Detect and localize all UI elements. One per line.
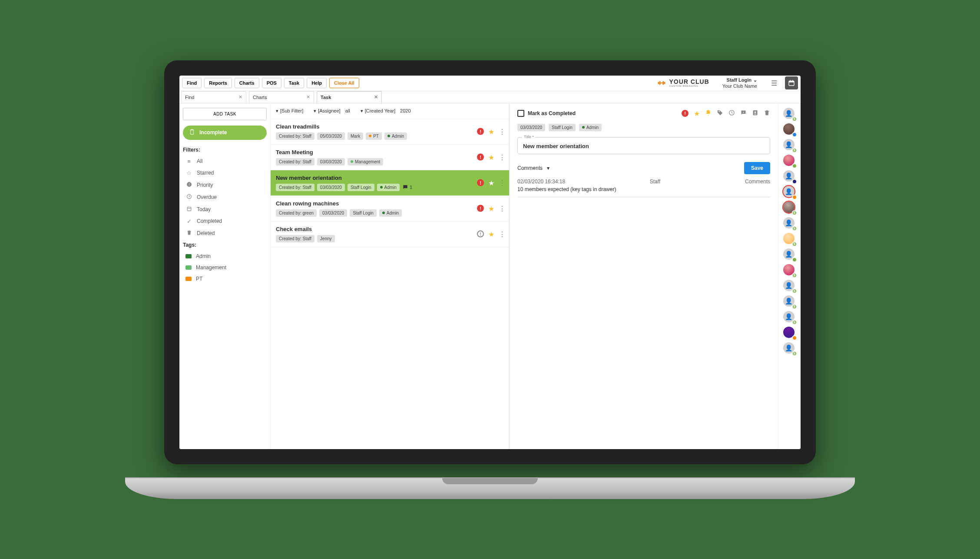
task-row-selected[interactable]: New member orientation Created by: Staff…	[271, 170, 509, 196]
alert-icon[interactable]: !	[477, 128, 484, 135]
tag-chip: PT	[366, 132, 382, 140]
title-field[interactable]: Title * New member orientation	[517, 137, 770, 154]
nav-reports[interactable]: Reports	[204, 78, 232, 88]
alert-icon[interactable]: !	[477, 231, 484, 238]
tab-task[interactable]: Task ✕	[317, 91, 382, 103]
member-avatar[interactable]	[783, 264, 796, 277]
sidebar-active-incomplete[interactable]: Incomplete	[183, 126, 267, 140]
member-avatar[interactable]	[783, 327, 796, 340]
tag-pt[interactable]: PT	[183, 273, 267, 284]
member-avatar[interactable]	[783, 202, 796, 215]
star-icon[interactable]: ★	[488, 127, 494, 136]
close-icon[interactable]: ✕	[306, 94, 310, 100]
close-icon[interactable]: ✕	[374, 94, 378, 100]
member-avatar[interactable]: 👤	[783, 139, 796, 152]
filter-starred[interactable]: ☆Starred	[183, 167, 267, 179]
member-avatar[interactable]	[783, 233, 796, 246]
status-dot-icon	[792, 273, 797, 278]
member-avatar[interactable]	[783, 155, 796, 168]
member-avatar[interactable]: 👤	[783, 248, 796, 261]
year-dropdown[interactable]: ▾[Created Year] 2020	[361, 108, 411, 114]
more-icon[interactable]: ⋮	[499, 153, 506, 161]
tag-management[interactable]: Management	[183, 262, 267, 273]
alert-icon[interactable]: !	[682, 110, 689, 117]
tab-label: Find	[185, 95, 194, 100]
tab-label: Charts	[253, 95, 267, 100]
alert-icon[interactable]: !	[477, 179, 484, 186]
alert-icon[interactable]: !	[477, 205, 484, 212]
more-icon[interactable]: ⋮	[499, 127, 506, 136]
star-icon[interactable]: ★	[694, 109, 700, 118]
filter-priority[interactable]: !Priority	[183, 179, 267, 191]
list-icon[interactable]: ☰	[768, 76, 781, 89]
caret-down-icon: ▾	[314, 108, 316, 114]
filter-bar: ▾[Sub Filter] ▾[Assignee] all ▾[Created …	[271, 103, 509, 119]
nav-task[interactable]: Task	[284, 78, 304, 88]
calendar-icon	[185, 206, 192, 213]
nav-find[interactable]: Find	[182, 78, 202, 88]
svg-rect-0	[658, 82, 659, 84]
add-comment-icon[interactable]: +	[740, 109, 747, 117]
task-title: Clean treadmills	[276, 123, 504, 130]
dumbbell-icon	[657, 78, 666, 88]
detail-date-chip: 03/03/2020	[517, 124, 545, 131]
chevron-down-icon: ⌄	[753, 77, 757, 83]
more-icon[interactable]: ⋮	[499, 179, 506, 187]
svg-rect-1	[664, 82, 665, 84]
filter-completed[interactable]: ✓Completed	[183, 215, 267, 227]
filter-all[interactable]: ≡All	[183, 155, 267, 167]
trash-icon[interactable]	[764, 109, 770, 117]
filter-today[interactable]: Today	[183, 203, 267, 215]
member-avatar[interactable]: 👤	[783, 280, 796, 293]
contact-icon[interactable]	[752, 109, 758, 117]
member-avatar[interactable]: 👤	[783, 170, 796, 183]
status-dot-icon	[792, 257, 797, 262]
nav-close-all[interactable]: Close All	[329, 78, 359, 88]
tag-admin[interactable]: Admin	[183, 251, 267, 262]
brand-sub: CUSTOM BRANDING	[669, 85, 709, 87]
status-dot-icon	[792, 179, 797, 184]
clock-icon[interactable]	[728, 109, 735, 117]
mark-complete-toggle[interactable]: Mark as Completed	[517, 110, 576, 117]
sub-filter-dropdown[interactable]: ▾[Sub Filter]	[276, 108, 303, 114]
star-icon[interactable]: ★	[488, 153, 494, 161]
star-icon[interactable]: ★	[488, 204, 494, 212]
detail-meta-row: 03/03/2020 Staff Login Admin	[517, 124, 770, 131]
tag-icon[interactable]	[717, 109, 723, 117]
nav-pos[interactable]: POS	[262, 78, 281, 88]
tag-chip: Admin	[384, 132, 407, 140]
more-icon[interactable]: ⋮	[499, 230, 506, 238]
filter-deleted[interactable]: Deleted	[183, 227, 267, 239]
calendar-icon[interactable]	[785, 76, 798, 89]
tab-find[interactable]: Find ✕	[181, 91, 246, 103]
bell-icon[interactable]	[705, 109, 712, 117]
member-avatar[interactable]: 👤	[783, 311, 796, 324]
save-button[interactable]: Save	[744, 162, 770, 174]
assignee-chip: Mark	[348, 132, 363, 140]
member-avatar[interactable]	[783, 123, 796, 136]
member-avatar[interactable]: 👤	[783, 342, 796, 355]
comments-dropdown[interactable]: Comments ▾	[517, 165, 550, 171]
nav-help[interactable]: Help	[307, 78, 327, 88]
member-avatar[interactable]: 👤	[783, 295, 796, 308]
user-block[interactable]: Staff Login⌄ Your Club Name	[722, 77, 757, 89]
nav-charts[interactable]: Charts	[235, 78, 259, 88]
tab-charts[interactable]: Charts ✕	[249, 91, 314, 103]
member-avatar[interactable]: 👤	[783, 217, 796, 230]
title-label: Title *	[522, 135, 536, 139]
task-row[interactable]: Check emails Created by: Staff Jenny ! ★…	[271, 222, 509, 247]
add-task-button[interactable]: ADD TASK	[183, 108, 267, 120]
task-row[interactable]: Clean treadmills Created by: Staff 05/03…	[271, 119, 509, 145]
task-row[interactable]: Clean rowing machines Created by: green …	[271, 196, 509, 222]
assignee-chip: Staff Login	[348, 184, 374, 191]
member-avatar[interactable]: 👤	[783, 186, 796, 199]
alert-icon[interactable]: !	[477, 154, 484, 161]
assignee-dropdown[interactable]: ▾[Assignee] all	[314, 108, 350, 114]
filter-overdue[interactable]: Overdue	[183, 191, 267, 203]
star-icon[interactable]: ★	[488, 230, 494, 238]
member-avatar[interactable]: 👤	[783, 108, 796, 121]
task-row[interactable]: Team Meeting Created by: Staff 03/03/202…	[271, 145, 509, 170]
close-icon[interactable]: ✕	[238, 94, 242, 100]
more-icon[interactable]: ⋮	[499, 204, 506, 212]
star-icon[interactable]: ★	[488, 179, 494, 187]
